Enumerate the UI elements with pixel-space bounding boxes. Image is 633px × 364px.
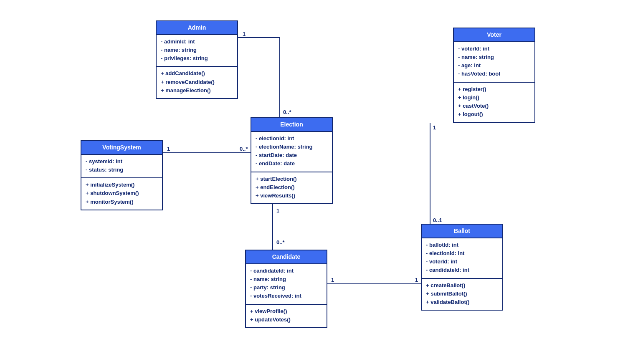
class-ballot-ops: + createBallot() + submitBallot() + vali… bbox=[422, 279, 502, 310]
mult-elec-0s: 0..* bbox=[276, 239, 285, 245]
class-candidate-attrs: - candidateId: int - name: string - part… bbox=[246, 264, 327, 305]
attr: - endDate: date bbox=[256, 159, 328, 168]
mult-admin-0s: 0..* bbox=[283, 109, 291, 115]
class-ballot-title: Ballot bbox=[422, 225, 502, 238]
class-admin: Admin - adminId: int - name: string - pr… bbox=[156, 20, 238, 99]
class-votingsystem-attrs: - systemId: int - status: string bbox=[81, 155, 162, 178]
attr: - electionId: int bbox=[256, 134, 328, 143]
op: + createBallot() bbox=[426, 281, 498, 290]
attr: - electionName: string bbox=[256, 143, 328, 151]
class-candidate-title: Candidate bbox=[246, 250, 327, 264]
op: + viewProfile() bbox=[250, 307, 322, 316]
op: + logout() bbox=[458, 110, 530, 119]
mult-vs-1: 1 bbox=[167, 146, 170, 152]
class-voter-ops: + register() + login() + castVote() + lo… bbox=[454, 83, 534, 122]
op: + endElection() bbox=[256, 183, 328, 192]
attr: - voterId: int bbox=[458, 45, 530, 53]
attr: - ballotId: int bbox=[426, 241, 498, 249]
class-election-attrs: - electionId: int - electionName: string… bbox=[251, 132, 332, 172]
class-election-ops: + startElection() + endElection() + view… bbox=[251, 172, 332, 203]
op: + monitorSystem() bbox=[86, 198, 158, 206]
attr: - candidateId: int bbox=[250, 267, 322, 275]
op: + castVote() bbox=[458, 102, 530, 110]
attr: - voterId: int bbox=[426, 258, 498, 266]
attr: - name: string bbox=[458, 53, 530, 61]
class-election: Election - electionId: int - electionNam… bbox=[251, 117, 333, 204]
class-election-title: Election bbox=[251, 118, 332, 132]
attr: - name: string bbox=[161, 46, 233, 54]
op: + shutdownSystem() bbox=[86, 189, 158, 197]
class-votingsystem-ops: + initializeSystem() + shutdownSystem() … bbox=[81, 178, 162, 209]
op: + login() bbox=[458, 94, 530, 102]
attr: - startDate: date bbox=[256, 151, 328, 159]
class-votingsystem: VotingSystem - systemId: int - status: s… bbox=[81, 140, 163, 210]
mult-voter-01: 0..1 bbox=[433, 217, 442, 223]
op: + removeCandidate() bbox=[161, 78, 233, 86]
mult-elec-1: 1 bbox=[276, 207, 279, 214]
attr: - age: int bbox=[458, 61, 530, 70]
mult-admin-1: 1 bbox=[243, 31, 246, 37]
class-candidate: Candidate - candidateId: int - name: str… bbox=[245, 250, 327, 328]
op: + validateBallot() bbox=[426, 298, 498, 306]
attr: - electionId: int bbox=[426, 249, 498, 258]
class-ballot-attrs: - ballotId: int - electionId: int - vote… bbox=[422, 238, 502, 279]
attr: - privileges: string bbox=[161, 54, 233, 63]
op: + manageElection() bbox=[161, 86, 233, 95]
attr: - name: string bbox=[250, 275, 322, 283]
class-voter-title: Voter bbox=[454, 28, 534, 42]
class-votingsystem-title: VotingSystem bbox=[81, 141, 162, 155]
op: + startElection() bbox=[256, 175, 328, 183]
op: + initializeSystem() bbox=[86, 181, 158, 189]
attr: - systemId: int bbox=[86, 157, 158, 166]
class-voter-attrs: - voterId: int - name: string - age: int… bbox=[454, 42, 534, 83]
op: + submitBallot() bbox=[426, 290, 498, 298]
op: + viewResults() bbox=[256, 192, 328, 200]
class-admin-attrs: - adminId: int - name: string - privileg… bbox=[157, 35, 237, 67]
attr: - adminId: int bbox=[161, 38, 233, 46]
attr: - status: string bbox=[86, 166, 158, 174]
mult-vs-0s: 0..* bbox=[240, 146, 248, 152]
attr: - votesReceived: int bbox=[250, 292, 322, 300]
class-ballot: Ballot - ballotId: int - electionId: int… bbox=[421, 224, 503, 311]
mult-voter-1: 1 bbox=[433, 124, 436, 131]
op: + register() bbox=[458, 85, 530, 94]
class-candidate-ops: + viewProfile() + updateVotes() bbox=[246, 305, 327, 327]
attr: - party: string bbox=[250, 283, 322, 292]
diagram-canvas: 1 0..* 1 0..* 1 0..* 1 1 1 0..1 Admin - … bbox=[13, 8, 620, 356]
class-voter: Voter - voterId: int - name: string - ag… bbox=[453, 28, 535, 123]
class-admin-ops: + addCandidate() + removeCandidate() + m… bbox=[157, 67, 237, 98]
mult-ballot-1: 1 bbox=[415, 277, 418, 283]
class-admin-title: Admin bbox=[157, 21, 237, 35]
op: + addCandidate() bbox=[161, 69, 233, 78]
op: + updateVotes() bbox=[250, 316, 322, 324]
attr: - candidateId: int bbox=[426, 266, 498, 274]
mult-cand-1: 1 bbox=[331, 277, 334, 283]
attr: - hasVoted: bool bbox=[458, 70, 530, 78]
